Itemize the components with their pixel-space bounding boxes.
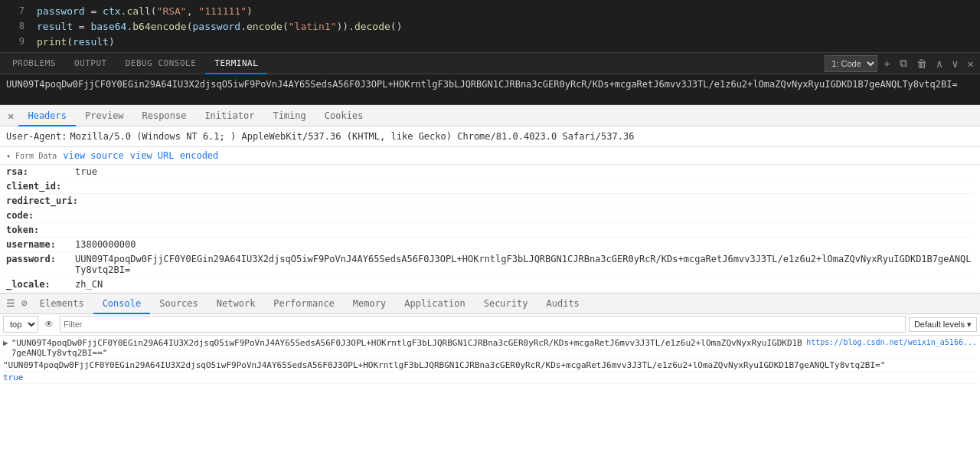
- code-select[interactable]: 1: Code1: Code: [825, 55, 877, 72]
- form-row: rsa:true: [6, 165, 974, 179]
- code-content: result = base64.b64encode(password.encod…: [37, 21, 403, 32]
- form-row: token:: [6, 223, 974, 238]
- form-field-key: client_id:: [6, 181, 75, 192]
- devtools-tab-audits[interactable]: Audits: [537, 293, 588, 314]
- devtools-menu-icon[interactable]: ☰: [3, 296, 18, 310]
- form-row: _locale:zh_CN: [6, 277, 974, 292]
- panel-tab-right: 1: Code1: Code + ⧉ 🗑 ∧ ∨ ✕: [825, 55, 977, 72]
- console-line-arrow[interactable]: ▶: [3, 338, 8, 348]
- devtools-tab-network[interactable]: Network: [207, 293, 265, 314]
- panel-tab-debug-console[interactable]: DEBUG CONSOLE: [116, 53, 206, 74]
- net-tab-response[interactable]: Response: [133, 105, 196, 126]
- console-line-text: "UUN09T4poqDw0FjjCF0Y0EGin29A64IU3X2djsq…: [3, 360, 977, 370]
- net-tab-initiator[interactable]: Initiator: [195, 105, 263, 126]
- terminal-output: UUN09T4poqDw0FjjCF0Y0EGin29A64IU3X2djsqO…: [0, 74, 980, 105]
- console-line: true: [3, 372, 977, 384]
- form-field-key: redirect_uri:: [6, 195, 78, 206]
- net-tab-cookies[interactable]: Cookies: [315, 105, 373, 126]
- console-line: "UUN09T4poqDw0FjjCF0Y0EGin29A64IU3X2djsq…: [3, 359, 977, 372]
- panel-up-icon[interactable]: ∧: [933, 56, 946, 71]
- form-field-key: token:: [6, 225, 75, 235]
- panel-down-icon[interactable]: ∨: [949, 56, 961, 71]
- user-agent-value: Mozilla/5.0 (Windows NT 6.1; ) AppleWebK…: [70, 131, 634, 142]
- panel-tab-problems[interactable]: PROBLEMS: [3, 53, 65, 74]
- devtools-tab-memory[interactable]: Memory: [344, 293, 395, 314]
- devtools-tab-elements[interactable]: Elements: [31, 293, 93, 314]
- devtools-device-icon[interactable]: ⊘: [18, 296, 31, 310]
- form-field-key: code:: [6, 210, 75, 221]
- form-data-header: ▾ Form Data view source view URL encoded: [0, 147, 980, 165]
- code-line: 9print(result): [0, 34, 980, 49]
- form-row: password:UUN09T4poqDw0FjjCF0Y0EGin29A64I…: [6, 252, 974, 277]
- form-data-body: rsa:trueclient_id:redirect_uri:code:toke…: [0, 165, 980, 293]
- devtools-toolbar: ☰ ⊘ ElementsConsoleSourcesNetworkPerform…: [0, 293, 980, 314]
- code-content: password = ctx.call("RSA", "111111"): [37, 5, 253, 17]
- panel-split-icon[interactable]: ⧉: [897, 55, 910, 71]
- net-tab-close[interactable]: ✕: [3, 110, 18, 122]
- net-tab-headers[interactable]: Headers: [18, 105, 76, 126]
- code-editor: 7password = ctx.call("RSA", "111111")8re…: [0, 0, 980, 53]
- console-output: ▶"UUN09T4poqDw0FjjCF0Y0EGin29A64IU3X2djs…: [0, 336, 980, 467]
- devtools-tab-security[interactable]: Security: [475, 293, 537, 314]
- panel-add-icon[interactable]: +: [880, 56, 893, 71]
- line-number: 8: [6, 21, 24, 31]
- code-content: print(result): [37, 36, 115, 48]
- panel-close-icon[interactable]: ✕: [965, 56, 977, 71]
- panel-delete-icon[interactable]: 🗑: [913, 56, 930, 71]
- form-row: code:: [6, 208, 974, 223]
- form-row: username:13800000000: [6, 238, 974, 252]
- form-row: client_id:: [6, 179, 974, 194]
- user-agent-row: User-Agent: Mozilla/5.0 (Windows NT 6.1;…: [6, 130, 974, 143]
- devtools-panel: ✕ HeadersPreviewResponseInitiatorTimingC…: [0, 105, 980, 466]
- form-row: redirect_uri:: [6, 194, 974, 208]
- console-line-url[interactable]: https://blog.csdn.net/weixin_a5166...: [806, 338, 977, 346]
- console-line-bool: true: [3, 372, 24, 382]
- view-url-encoded-link[interactable]: view URL encoded: [130, 150, 219, 161]
- line-number: 9: [6, 36, 24, 47]
- form-field-value: true: [75, 166, 974, 177]
- form-data-toggle[interactable]: ▾ Form Data: [6, 152, 57, 160]
- user-agent-key: User-Agent:: [6, 131, 67, 142]
- net-tabs: ✕ HeadersPreviewResponseInitiatorTimingC…: [0, 105, 980, 126]
- devtools-tab-application[interactable]: Application: [395, 293, 474, 314]
- form-field-key: rsa:: [6, 166, 75, 177]
- console-area: top 👁 Default levels ▾: [0, 314, 980, 336]
- net-tab-timing[interactable]: Timing: [263, 105, 315, 126]
- default-levels-button[interactable]: Default levels ▾: [909, 317, 977, 332]
- panel-tab-output[interactable]: OUTPUT: [65, 53, 116, 74]
- devtools-tab-sources[interactable]: Sources: [150, 293, 207, 314]
- form-field-key: _locale:: [6, 279, 75, 290]
- code-line: 7password = ctx.call("RSA", "111111"): [0, 3, 980, 18]
- form-field-key: username:: [6, 239, 75, 250]
- panel-tabs: PROBLEMSOUTPUTDEBUG CONSOLETERMINAL 1: C…: [0, 53, 980, 74]
- form-field-key: password:: [6, 254, 75, 264]
- console-line-text: "UUN09T4poqDw0FjjCF0Y0EGin29A64IU3X2djsq…: [11, 338, 807, 358]
- net-tab-preview[interactable]: Preview: [76, 105, 133, 126]
- eye-icon[interactable]: 👁: [41, 317, 57, 331]
- console-filter-input[interactable]: [60, 316, 906, 333]
- view-source-link[interactable]: view source: [63, 150, 123, 161]
- devtools-tab-performance[interactable]: Performance: [264, 293, 343, 314]
- top-select[interactable]: top: [3, 316, 38, 333]
- line-number: 7: [6, 5, 24, 16]
- form-field-value: UUN09T4poqDw0FjjCF0Y0EGin29A64IU3X2djsqO…: [75, 254, 974, 275]
- form-field-value: zh_CN: [75, 279, 974, 290]
- devtools-tab-console[interactable]: Console: [93, 293, 151, 314]
- panel-tab-terminal[interactable]: TERMINAL: [205, 53, 267, 74]
- console-line: ▶"UUN09T4poqDw0FjjCF0Y0EGin29A64IU3X2djs…: [3, 337, 977, 359]
- form-field-value: 13800000000: [75, 239, 974, 250]
- headers-section: User-Agent: Mozilla/5.0 (Windows NT 6.1;…: [0, 126, 980, 147]
- code-line: 8result = base64.b64encode(password.enco…: [0, 18, 980, 34]
